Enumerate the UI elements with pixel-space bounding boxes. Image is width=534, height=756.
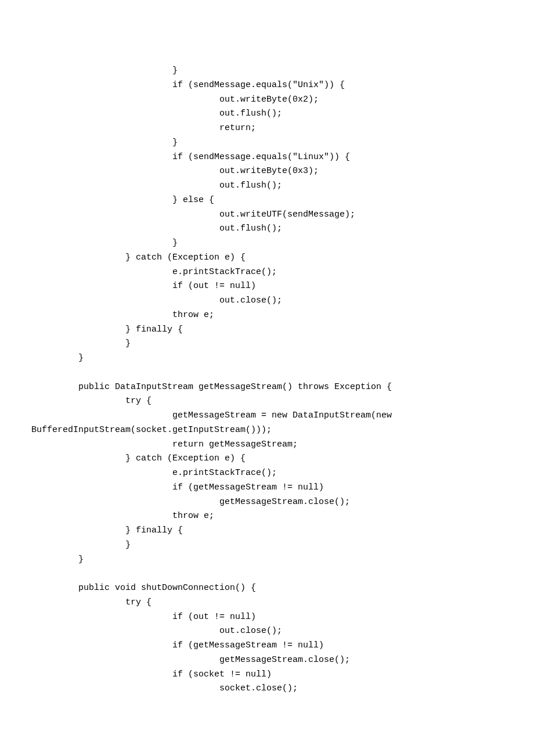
code-line: out.writeUTF(sendMessage); (0, 208, 534, 222)
code-line: try { (0, 394, 534, 409)
code-line: if (sendMessage.equals("Linux")) { (0, 150, 534, 165)
code-line: return; (0, 121, 534, 136)
code-line: } finally { (0, 524, 534, 538)
code-line: return getMessageStream; (0, 438, 534, 452)
code-line: } (0, 538, 534, 553)
code-line: throw e; (0, 509, 534, 524)
code-line: e.printStackTrace(); (0, 466, 534, 481)
code-line: } (0, 136, 534, 150)
code-line: } (0, 236, 534, 251)
code-line: out.flush(); (0, 179, 534, 193)
code-line: throw e; (0, 308, 534, 323)
code-line: out.writeByte(0x3); (0, 164, 534, 179)
code-line: BufferedInputStream(socket.getInputStrea… (0, 423, 534, 438)
code-line (0, 366, 534, 380)
code-line: e.printStackTrace(); (0, 265, 534, 280)
code-line (0, 567, 534, 581)
code-line: if (socket != null) (0, 668, 534, 682)
code-document: } if (sendMessage.equals("Unix")) { out.… (0, 0, 534, 696)
code-line: out.writeByte(0x2); (0, 93, 534, 107)
code-line: } finally { (0, 323, 534, 337)
code-line: } catch (Exception e) { (0, 452, 534, 466)
code-line: } (0, 337, 534, 351)
code-line: getMessageStream = new DataInputStream(n… (0, 409, 534, 423)
code-line: } catch (Exception e) { (0, 251, 534, 265)
code-line: out.close(); (0, 624, 534, 639)
code-line: if (out != null) (0, 610, 534, 625)
code-line: getMessageStream.close(); (0, 495, 534, 510)
code-line: getMessageStream.close(); (0, 653, 534, 668)
code-line: if (getMessageStream != null) (0, 639, 534, 653)
code-line: } (0, 64, 534, 78)
code-line: public void shutDownConnection() { (0, 581, 534, 596)
code-line: public DataInputStream getMessageStream(… (0, 380, 534, 395)
code-line: out.flush(); (0, 107, 534, 121)
code-line: try { (0, 596, 534, 610)
code-line: if (getMessageStream != null) (0, 481, 534, 495)
code-line: out.flush(); (0, 222, 534, 236)
code-line: if (sendMessage.equals("Unix")) { (0, 78, 534, 93)
code-line: } else { (0, 193, 534, 208)
code-line: socket.close(); (0, 682, 534, 696)
code-line: out.close(); (0, 294, 534, 308)
code-line: } (0, 351, 534, 366)
code-line: if (out != null) (0, 279, 534, 294)
code-line: } (0, 553, 534, 567)
